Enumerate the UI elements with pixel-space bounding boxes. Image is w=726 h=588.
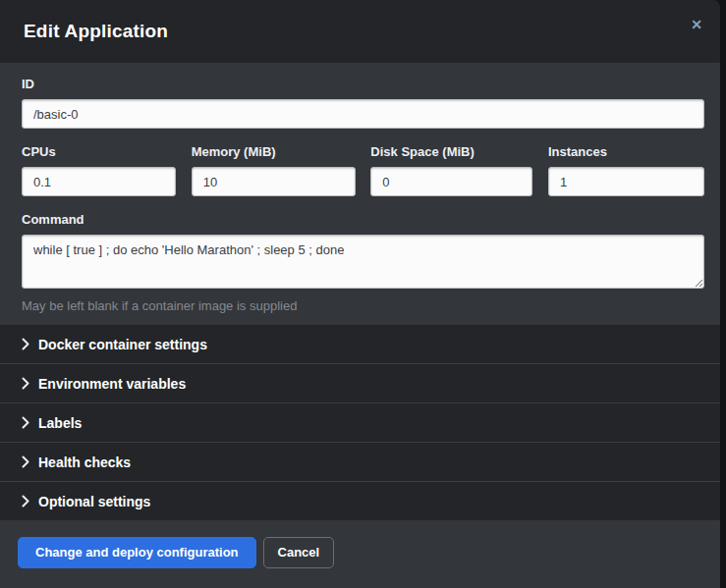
edit-application-modal: Edit Application ✕ ID CPUs Memory (MiB) …: [0, 0, 720, 588]
instances-label: Instances: [548, 144, 704, 160]
collapsible-sections: Docker container settings Environment va…: [0, 325, 720, 520]
id-input[interactable]: [22, 99, 704, 129]
section-optional-settings[interactable]: Optional settings: [0, 481, 720, 520]
section-label: Labels: [38, 415, 82, 431]
id-field-group: ID: [22, 77, 704, 129]
section-labels[interactable]: Labels: [0, 402, 720, 442]
command-field-group: Command while [ true ] ; do echo 'Hello …: [22, 212, 704, 313]
chevron-right-icon: [22, 377, 29, 390]
section-health-checks[interactable]: Health checks: [0, 442, 720, 481]
command-help-text: May be left blank if a container image i…: [22, 298, 704, 313]
id-label: ID: [22, 77, 704, 92]
section-docker-container-settings[interactable]: Docker container settings: [0, 325, 720, 363]
modal-header: Edit Application ✕: [0, 0, 720, 63]
chevron-right-icon: [22, 495, 29, 508]
application-form: ID CPUs Memory (MiB) Disk Space (MiB) In…: [0, 63, 720, 325]
change-and-deploy-button[interactable]: Change and deploy configuration: [18, 537, 256, 568]
cpus-input[interactable]: [22, 167, 176, 196]
disk-field-group: Disk Space (MiB): [370, 144, 532, 196]
cancel-button[interactable]: Cancel: [263, 537, 335, 568]
cpus-field-group: CPUs: [22, 144, 176, 196]
chevron-right-icon: [22, 416, 29, 429]
close-icon[interactable]: ✕: [686, 14, 707, 35]
disk-input[interactable]: [370, 167, 532, 196]
memory-field-group: Memory (MiB): [192, 144, 356, 196]
memory-input[interactable]: [192, 167, 356, 196]
disk-label: Disk Space (MiB): [370, 144, 532, 160]
instances-field-group: Instances: [548, 144, 704, 196]
instances-input[interactable]: [548, 167, 704, 196]
chevron-right-icon: [22, 338, 29, 350]
section-environment-variables[interactable]: Environment variables: [0, 363, 720, 402]
memory-label: Memory (MiB): [192, 144, 356, 160]
section-label: Environment variables: [38, 376, 186, 392]
command-textarea[interactable]: while [ true ] ; do echo 'Hello Marathon…: [22, 235, 704, 289]
modal-title: Edit Application: [24, 21, 168, 42]
chevron-right-icon: [22, 455, 29, 468]
cpus-label: CPUs: [22, 144, 176, 160]
resources-row: CPUs Memory (MiB) Disk Space (MiB) Insta…: [22, 144, 704, 196]
section-label: Health checks: [38, 454, 131, 470]
section-label: Docker container settings: [38, 337, 207, 352]
modal-footer: Change and deploy configuration Cancel: [0, 520, 720, 588]
command-label: Command: [22, 212, 704, 228]
section-label: Optional settings: [38, 494, 150, 509]
